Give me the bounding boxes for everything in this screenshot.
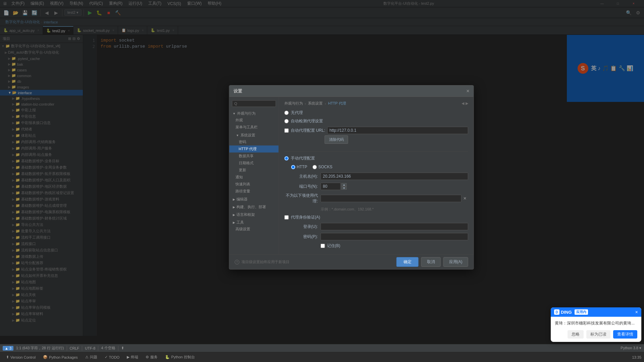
no-proxy-input[interactable] bbox=[321, 195, 462, 202]
ding-detail-button[interactable]: 查看详情 bbox=[613, 330, 637, 339]
arrow-icon-tools: ▶ bbox=[233, 221, 235, 224]
dlg-sub-appearance[interactable]: 外观 bbox=[229, 117, 279, 124]
auth-checkbox[interactable] bbox=[284, 215, 289, 220]
clear-code-button[interactable]: 清除代码 bbox=[325, 135, 348, 144]
no-proxy-row: 不为以下项使用代理: ✕ bbox=[284, 193, 468, 204]
dlg-cat-lang[interactable]: ▶ 语言和框架 bbox=[229, 210, 279, 218]
dialog-search-input[interactable] bbox=[232, 100, 276, 107]
dlg-cat-editor[interactable]: ▶ 编辑器 bbox=[229, 195, 279, 202]
bottom-tab-packages[interactable]: 📦 Python Packages bbox=[40, 354, 81, 361]
bottom-tab-services[interactable]: ⚙ 服务 bbox=[142, 353, 161, 361]
bottom-tab-problems[interactable]: ⚠ 问题 bbox=[82, 353, 101, 361]
manual-proxy-section: 手动代理配置 HTTP SOCKS 主机名(H): bbox=[284, 156, 468, 254]
dlg-sub-notification[interactable]: 通知 bbox=[229, 174, 279, 181]
section-divider bbox=[284, 151, 468, 152]
ok-button[interactable]: 确定 bbox=[396, 257, 419, 267]
dlg-bc-sep1: › bbox=[305, 102, 306, 106]
no-proxy-option: 无代理 bbox=[284, 110, 468, 116]
dlg-sub-pathvar[interactable]: 路径变量 bbox=[229, 188, 279, 195]
clear-btn-row: 清除代码 bbox=[325, 135, 468, 148]
http-protocol-option: HTTP bbox=[291, 165, 307, 169]
dlg-sub-password[interactable]: 密码 bbox=[229, 138, 279, 145]
question-icon: ? bbox=[235, 260, 239, 264]
dlg-sub-update[interactable]: 更新 bbox=[229, 167, 279, 174]
auto-config-url-input[interactable] bbox=[327, 127, 468, 134]
bottom-tab-problems-label: 问题 bbox=[90, 355, 97, 360]
dlg-bc-1[interactable]: 外观与行为 bbox=[284, 101, 303, 106]
dlg-bc-3[interactable]: HTTP 代理 bbox=[328, 101, 346, 106]
dlg-cat-tools[interactable]: ▶ 工具 bbox=[229, 218, 279, 226]
hostname-input[interactable] bbox=[321, 173, 468, 180]
statusbar-vcs[interactable]: ⬆ bbox=[121, 346, 124, 350]
port-wrap: ▲ ▼ bbox=[321, 183, 347, 190]
ding-header: D DING 应用内 × bbox=[551, 307, 641, 317]
dlg-sub-advanced[interactable]: 高级设置 bbox=[229, 226, 279, 233]
dlg-cat-build[interactable]: ▶ 构建、执行、部署 bbox=[229, 202, 279, 210]
dlg-bc-sep2: › bbox=[325, 102, 326, 106]
manual-proxy-label: 手动代理配置 bbox=[291, 156, 315, 161]
ding-read-button[interactable]: 标为已读 bbox=[586, 330, 610, 339]
dlg-cat-lang-label: 语言和框架 bbox=[236, 212, 255, 217]
ding-app-icon: D bbox=[554, 309, 559, 315]
no-proxy-radio[interactable] bbox=[284, 111, 289, 115]
port-input[interactable] bbox=[321, 183, 341, 190]
arrow-icon-lang: ▶ bbox=[233, 213, 235, 217]
ding-app-name: DING bbox=[561, 310, 572, 315]
nav-forward-icon[interactable]: ▶ bbox=[466, 101, 468, 106]
bottom-tab-terminal[interactable]: ▶ 终端 bbox=[123, 353, 142, 361]
statusbar-indent[interactable]: 4 个空格 bbox=[101, 346, 115, 351]
ding-close-button[interactable]: × bbox=[635, 309, 638, 315]
dlg-sub-quicklist[interactable]: 快速列表 bbox=[229, 181, 279, 188]
packages-icon: 📦 bbox=[43, 355, 48, 359]
no-proxy-clear-icon[interactable]: ✕ bbox=[462, 195, 468, 202]
dlg-cat-system-label: 系统设置 bbox=[240, 133, 255, 138]
cancel-button[interactable]: 取消 bbox=[421, 257, 441, 267]
dlg-sub-menutoolbar[interactable]: 菜单与工具栏 bbox=[229, 124, 279, 131]
remember-checkbox[interactable] bbox=[321, 244, 325, 248]
port-row: 端口号(N): ▲ ▼ bbox=[284, 183, 468, 190]
bottom-tab-vcs[interactable]: ⬆ Version Control bbox=[3, 354, 39, 361]
port-down-button[interactable]: ▼ bbox=[341, 186, 347, 190]
terminal-icon: ▶ bbox=[127, 355, 129, 359]
port-up-button[interactable]: ▲ bbox=[341, 183, 347, 186]
dlg-sub-dateformat[interactable]: 日期格式 bbox=[229, 160, 279, 167]
manual-proxy-header: 手动代理配置 bbox=[284, 156, 468, 161]
manual-proxy-radio[interactable] bbox=[284, 156, 289, 161]
auto-detect-option: 自动检测代理设置 bbox=[284, 118, 468, 124]
bottom-tab-python-console[interactable]: 🐍 Python 控制台 bbox=[162, 353, 198, 361]
http-protocol-radio[interactable] bbox=[291, 165, 296, 169]
dlg-cat-appearance[interactable]: ▼ 外观与行为 bbox=[229, 109, 279, 117]
statusbar-encoding[interactable]: UTF-8 bbox=[85, 346, 95, 350]
auto-config-checkbox[interactable] bbox=[284, 128, 289, 133]
login-input[interactable] bbox=[321, 223, 468, 230]
auto-detect-radio[interactable] bbox=[284, 119, 289, 123]
warning-badge[interactable]: ▲ 3 bbox=[3, 346, 13, 351]
ding-logo: D DING 应用内 bbox=[554, 309, 588, 315]
auto-detect-label: 自动检测代理设置 bbox=[291, 118, 323, 124]
statusbar-python[interactable]: Python 3.8 ▾ bbox=[621, 346, 641, 350]
todo-icon: ✓ bbox=[105, 355, 108, 359]
bottom-tab-terminal-label: 终端 bbox=[131, 355, 138, 360]
password-input[interactable] bbox=[321, 233, 468, 240]
dlg-cat-system[interactable]: ▼ 系统设置 bbox=[229, 131, 279, 138]
ding-message: 黄琦：深圳市穗彩科技发展有限公司的黄琦... bbox=[555, 320, 637, 326]
statusbar-sep4 bbox=[118, 346, 118, 351]
bottombar: ⬆ Version Control 📦 Python Packages ⚠ 问题… bbox=[0, 352, 644, 362]
problems-icon: ⚠ bbox=[85, 355, 89, 359]
dialog-body: ▼ 外观与行为 外观 菜单与工具栏 ▼ 系统设置 密码 HTTP 代理 数据共享… bbox=[229, 97, 474, 254]
ding-notification: D DING 应用内 × 黄琦：深圳市穗彩科技发展有限公司的黄琦... 忽略 标… bbox=[551, 307, 641, 342]
statusbar-line-ending[interactable]: CRLF bbox=[70, 346, 79, 350]
arrow-icon-build: ▶ bbox=[233, 205, 235, 209]
nav-back-icon[interactable]: ◀ bbox=[462, 101, 464, 106]
dlg-sub-http-proxy[interactable]: HTTP 代理 bbox=[229, 145, 279, 153]
bottom-tab-todo[interactable]: ✓ TODO bbox=[101, 354, 123, 361]
dlg-bc-2[interactable]: 系统设置 bbox=[308, 101, 323, 106]
apply-button[interactable]: 应用(A) bbox=[443, 257, 468, 267]
dialog-close-button[interactable]: × bbox=[466, 88, 469, 94]
socks-protocol-radio[interactable] bbox=[313, 165, 317, 169]
dlg-sub-datashare[interactable]: 数据共享 bbox=[229, 153, 279, 160]
dialog-content: 外观与行为 › 系统设置 › HTTP 代理 ◀ ▶ 无代理 自动检测代理设置 bbox=[279, 97, 474, 254]
ding-ignore-button[interactable]: 忽略 bbox=[568, 330, 584, 339]
arrow-icon-editor: ▶ bbox=[233, 198, 235, 201]
ding-body: 黄琦：深圳市穗彩科技发展有限公司的黄琦... bbox=[551, 317, 641, 328]
